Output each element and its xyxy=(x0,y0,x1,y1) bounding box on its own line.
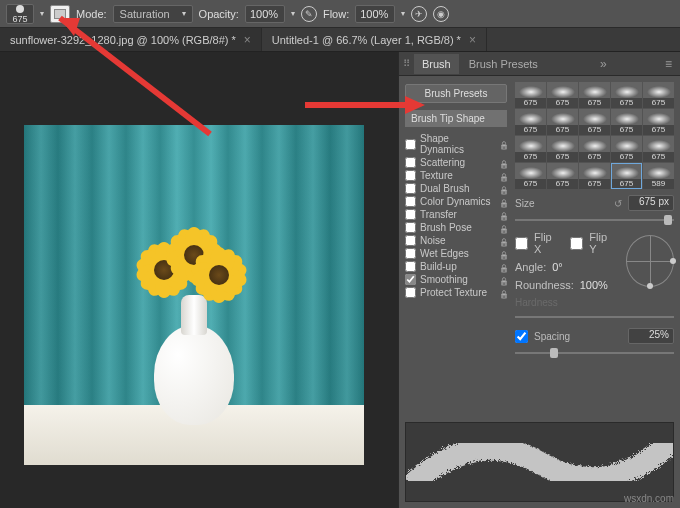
lock-icon[interactable] xyxy=(499,184,509,194)
lock-icon[interactable] xyxy=(499,139,509,149)
document-tab[interactable]: Untitled-1 @ 66.7% (Layer 1, RGB/8) * × xyxy=(262,28,487,51)
close-icon[interactable]: × xyxy=(469,33,476,47)
spacing-checkbox[interactable] xyxy=(515,330,528,343)
brush-thumbnail[interactable]: 675 xyxy=(579,109,610,135)
brush-option-row[interactable]: Protect Texture xyxy=(403,286,511,299)
mode-select[interactable]: Saturation▾ xyxy=(113,5,193,23)
option-checkbox[interactable] xyxy=(405,248,416,259)
tab-brush-presets[interactable]: Brush Presets xyxy=(461,54,546,74)
lock-icon[interactable] xyxy=(499,288,509,298)
brush-option-row[interactable]: Texture xyxy=(403,169,511,182)
close-icon[interactable]: × xyxy=(244,33,251,47)
size-input[interactable]: 675 px xyxy=(628,195,674,211)
brush-option-row[interactable]: Color Dynamics xyxy=(403,195,511,208)
lock-icon[interactable] xyxy=(499,275,509,285)
brush-thumbnail[interactable]: 675 xyxy=(515,163,546,189)
spacing-input[interactable]: 25% xyxy=(628,328,674,344)
brush-option-row[interactable]: Transfer xyxy=(403,208,511,221)
airbrush-icon[interactable]: ✈ xyxy=(411,6,427,22)
size-slider[interactable] xyxy=(515,215,674,225)
options-bar: 675 ▾ Mode: Saturation▾ Opacity: 100% ▾ … xyxy=(0,0,680,28)
chevron-down-icon[interactable]: ▾ xyxy=(401,9,405,18)
option-checkbox[interactable] xyxy=(405,235,416,246)
brush-option-row[interactable]: Noise xyxy=(403,234,511,247)
angle-label: Angle: xyxy=(515,261,546,273)
lock-icon[interactable] xyxy=(499,158,509,168)
brush-option-row[interactable]: Shape Dynamics xyxy=(403,132,511,156)
option-checkbox[interactable] xyxy=(405,261,416,272)
lock-icon[interactable] xyxy=(499,210,509,220)
brush-thumbnail[interactable]: 675 xyxy=(515,82,546,108)
brush-option-row[interactable]: Smoothing xyxy=(403,273,511,286)
option-checkbox[interactable] xyxy=(405,170,416,181)
brush-option-row[interactable]: Wet Edges xyxy=(403,247,511,260)
brush-preset-picker[interactable]: 675 xyxy=(6,4,34,24)
option-checkbox[interactable] xyxy=(405,139,416,150)
flow-input[interactable]: 100% xyxy=(355,5,395,23)
brush-thumbnail[interactable]: 675 xyxy=(643,136,674,162)
brush-thumbnail[interactable]: 675 xyxy=(611,163,642,189)
flipx-checkbox[interactable] xyxy=(515,237,528,250)
panel-drag-icon[interactable]: ⠿ xyxy=(403,58,412,69)
chevron-down-icon[interactable]: ▾ xyxy=(291,9,295,18)
brush-tip-shape-button[interactable]: Brush Tip Shape xyxy=(405,110,507,127)
brush-option-row[interactable]: Brush Pose xyxy=(403,221,511,234)
brush-thumbnail[interactable]: 675 xyxy=(611,82,642,108)
pressure-opacity-icon[interactable]: ✎ xyxy=(301,6,317,22)
brush-option-row[interactable]: Dual Brush xyxy=(403,182,511,195)
lock-icon[interactable] xyxy=(499,223,509,233)
tab-brush[interactable]: Brush xyxy=(414,54,459,74)
option-checkbox[interactable] xyxy=(405,157,416,168)
brush-thumbnail[interactable]: 675 xyxy=(579,136,610,162)
brush-thumbnail[interactable]: 675 xyxy=(515,136,546,162)
angle-value[interactable]: 0° xyxy=(552,261,563,273)
angle-widget[interactable] xyxy=(626,235,674,287)
flipy-checkbox[interactable] xyxy=(570,237,583,250)
lock-icon[interactable] xyxy=(499,197,509,207)
option-checkbox[interactable] xyxy=(405,209,416,220)
document-tabs: sunflower-3292_1280.jpg @ 100% (RGB/8#) … xyxy=(0,28,680,52)
lock-icon[interactable] xyxy=(499,249,509,259)
brush-thumbnail[interactable]: 675 xyxy=(611,109,642,135)
hardness-slider xyxy=(515,312,674,322)
stroke-preview xyxy=(405,422,674,502)
brush-thumbnail[interactable]: 675 xyxy=(579,163,610,189)
brush-thumbnail[interactable]: 675 xyxy=(579,82,610,108)
brush-options-list: Brush Presets Brush Tip Shape Shape Dyna… xyxy=(399,82,511,418)
lock-icon[interactable] xyxy=(499,236,509,246)
canvas[interactable] xyxy=(24,125,364,465)
flow-label: Flow: xyxy=(323,8,349,20)
brush-option-row[interactable]: Scattering xyxy=(403,156,511,169)
brush-thumbnail[interactable]: 675 xyxy=(643,82,674,108)
document-tab[interactable]: sunflower-3292_1280.jpg @ 100% (RGB/8#) … xyxy=(0,28,262,51)
panel-collapse-icon[interactable]: » xyxy=(596,57,611,71)
chevron-down-icon[interactable]: ▾ xyxy=(40,9,44,18)
lock-icon[interactable] xyxy=(499,262,509,272)
lock-icon[interactable] xyxy=(499,171,509,181)
spacing-label: Spacing xyxy=(534,331,622,342)
pressure-size-icon[interactable]: ◉ xyxy=(433,6,449,22)
brush-thumbnail[interactable]: 675 xyxy=(611,136,642,162)
opacity-input[interactable]: 100% xyxy=(245,5,285,23)
brush-thumbnail[interactable]: 675 xyxy=(515,109,546,135)
tool-preset-icon[interactable] xyxy=(50,5,70,23)
option-checkbox[interactable] xyxy=(405,183,416,194)
brush-thumbnail[interactable]: 675 xyxy=(547,109,578,135)
spacing-slider[interactable] xyxy=(515,348,674,358)
brush-thumbnail[interactable]: 675 xyxy=(547,82,578,108)
roundness-value[interactable]: 100% xyxy=(580,279,608,291)
brush-thumbnail[interactable]: 675 xyxy=(547,136,578,162)
roundness-label: Roundness: xyxy=(515,279,574,291)
brush-presets-button[interactable]: Brush Presets xyxy=(405,84,507,103)
option-checkbox[interactable] xyxy=(405,222,416,233)
option-checkbox[interactable] xyxy=(405,196,416,207)
option-checkbox[interactable] xyxy=(405,274,416,285)
reset-size-icon[interactable]: ↺ xyxy=(614,198,622,209)
panel-menu-icon[interactable]: ≡ xyxy=(661,57,676,71)
brush-panel: ⠿ Brush Brush Presets » ≡ Brush Presets … xyxy=(398,52,680,508)
brush-thumbnail[interactable]: 589 xyxy=(643,163,674,189)
brush-thumbnail[interactable]: 675 xyxy=(643,109,674,135)
brush-option-row[interactable]: Build-up xyxy=(403,260,511,273)
option-checkbox[interactable] xyxy=(405,287,416,298)
brush-thumbnail[interactable]: 675 xyxy=(547,163,578,189)
